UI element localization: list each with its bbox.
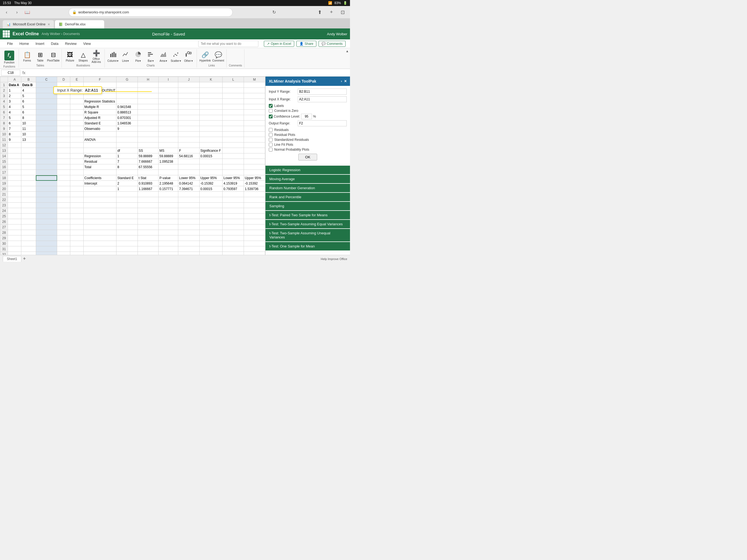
cell-r8-c4[interactable] [57,121,70,126]
cell-r20-c12[interactable]: 0.793597 [223,186,244,192]
cell-r14-c4[interactable] [57,153,70,159]
cell-r15-c2[interactable] [21,159,36,164]
tab-demofile[interactable]: 📗 DemoFile.xlsx [55,20,104,28]
cell-r12-c2[interactable] [21,143,36,148]
cell-r29-c11[interactable] [199,235,223,241]
col-header-i[interactable]: I [159,77,178,82]
cell-r26-c13[interactable] [244,219,265,225]
search-input[interactable] [198,41,258,47]
cell-r3-c11[interactable] [199,93,223,99]
cell-r9-c8[interactable] [137,126,158,131]
cell-r17-c10[interactable] [178,170,200,175]
address-bar[interactable]: 🔒 wolberworks-my.sharepoint.com [69,8,233,17]
cell-r4-c10[interactable] [178,99,200,104]
cell-r8-c6[interactable]: Standard E [83,121,117,126]
cell-r23-c6[interactable] [83,203,117,208]
cell-r10-c9[interactable] [159,131,178,137]
moving-average-btn[interactable]: Moving Average [265,175,350,183]
cell-r26-c1[interactable] [8,219,21,225]
cell-r13-c8[interactable]: SS [137,148,158,153]
cell-r16-c13[interactable] [244,164,265,170]
cell-r13-c5[interactable] [70,148,83,153]
cell-r21-c6[interactable] [83,192,117,197]
cell-r2-c10[interactable] [178,88,200,93]
cell-r1-c2[interactable]: Data B [21,82,36,88]
cell-r28-c7[interactable] [117,230,138,235]
cell-r26-c6[interactable] [83,219,117,225]
cell-r2-c7[interactable] [117,88,138,93]
add-sheet-button[interactable]: + [23,256,26,262]
cell-r10-c5[interactable] [70,131,83,137]
t-test-one-sample-btn[interactable]: t-Test: One Sample for Mean [265,242,350,251]
cell-r27-c7[interactable] [117,225,138,230]
cell-r17-c7[interactable] [117,170,138,175]
cell-r21-c1[interactable] [8,192,21,197]
spreadsheet[interactable]: A B C D E F G H I J K L M [0,77,265,255]
cell-r29-c6[interactable] [83,235,117,241]
cell-r4-c9[interactable] [159,99,178,104]
cell-r25-c5[interactable] [70,213,83,219]
sampling-btn[interactable]: Sampling [265,202,350,210]
cell-r16-c12[interactable] [223,164,244,170]
cell-r32-c5[interactable] [70,252,83,255]
cell-r25-c9[interactable] [159,213,178,219]
cell-r6-c13[interactable] [244,110,265,115]
cell-r25-c11[interactable] [199,213,223,219]
forms-button[interactable]: 📋 Forms [21,50,33,64]
cell-r29-c5[interactable] [70,235,83,241]
cell-r30-c6[interactable] [83,241,117,246]
cell-r26-c2[interactable] [21,219,36,225]
menu-view[interactable]: View [80,41,94,47]
cell-r7-c7[interactable]: 0.870301 [117,115,138,121]
cell-r27-c10[interactable] [178,225,200,230]
cell-r21-c3[interactable] [36,192,57,197]
cell-r7-c2[interactable]: 8 [21,115,36,121]
cell-r3-c12[interactable] [223,93,244,99]
cell-r8-c9[interactable] [159,121,178,126]
input-x-field[interactable] [298,96,347,102]
refresh-button[interactable]: ↻ [271,8,278,16]
cell-r7-c12[interactable] [223,115,244,121]
cell-r30-c8[interactable] [137,241,158,246]
cell-r17-c6[interactable] [83,170,117,175]
cell-r20-c5[interactable] [70,186,83,192]
cell-r12-c4[interactable] [57,143,70,148]
cell-r23-c4[interactable] [57,203,70,208]
col-header-j[interactable]: J [178,77,200,82]
cell-r32-c7[interactable] [117,252,138,255]
cell-r11-c1[interactable]: 9 [8,137,21,143]
cell-r16-c8[interactable]: 67.55556 [137,164,158,170]
cell-r5-c6[interactable]: Multiple R [83,104,117,110]
cell-r17-c13[interactable] [244,170,265,175]
cell-r29-c8[interactable] [137,235,158,241]
cell-r28-c6[interactable] [83,230,117,235]
cell-r30-c5[interactable] [70,241,83,246]
cell-r1-c8[interactable] [137,82,158,88]
logistic-regression-btn[interactable]: Logistic Regression [265,166,350,174]
cell-r32-c4[interactable] [57,252,70,255]
cell-r29-c1[interactable] [8,235,21,241]
col-header-b[interactable]: B [21,77,36,82]
cell-r31-c12[interactable] [223,246,244,252]
cell-r31-c7[interactable] [117,246,138,252]
cell-r18-c12[interactable]: Lower 95% [223,175,244,181]
cell-r12-c10[interactable] [178,143,200,148]
cell-r32-c6[interactable] [83,252,117,255]
cell-r14-c10[interactable]: 54.68116 [178,153,200,159]
cell-r22-c10[interactable] [178,197,200,203]
cell-r29-c7[interactable] [117,235,138,241]
cell-r9-c9[interactable] [159,126,178,131]
sheet1-tab[interactable]: Sheet1 [3,256,21,262]
cell-r24-c7[interactable] [117,208,138,213]
cell-r30-c12[interactable] [223,241,244,246]
cell-r15-c13[interactable] [244,159,265,164]
share-button[interactable]: ⬆ [315,8,324,17]
cell-r23-c3[interactable] [36,203,57,208]
cell-r7-c6[interactable]: Adjusted R [83,115,117,121]
cell-r10-c7[interactable] [117,131,138,137]
cell-r14-c3[interactable] [36,153,57,159]
cell-r22-c2[interactable] [21,197,36,203]
cell-r3-c13[interactable] [244,93,265,99]
cell-r4-c7[interactable] [117,99,138,104]
cell-r3-c2[interactable]: 5 [21,93,36,99]
